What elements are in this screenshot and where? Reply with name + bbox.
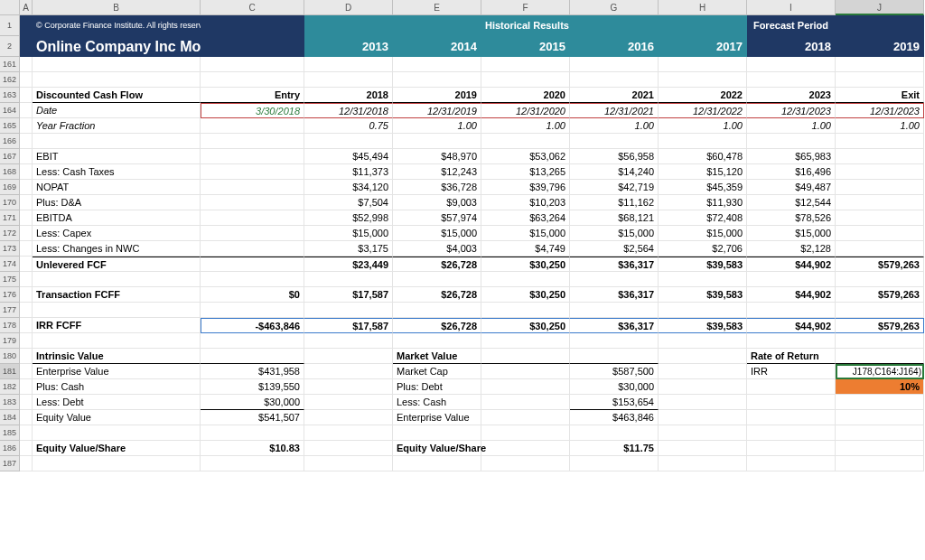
row-header[interactable]: 172 — [0, 226, 20, 241]
period-header[interactable]: 2022 — [659, 88, 747, 103]
row-header[interactable]: 174 — [0, 257, 20, 272]
dcf-row-label[interactable]: EBITDA — [33, 210, 201, 226]
exit-label[interactable]: Exit — [836, 88, 924, 103]
col-header-H[interactable]: H — [659, 0, 747, 15]
dcf-row-label[interactable]: Less: Capex — [33, 226, 201, 241]
irr-val[interactable]: $36,317 — [570, 318, 659, 333]
iv-row-val[interactable]: $541,507 — [201, 410, 304, 425]
dcf-cell[interactable]: $15,000 — [570, 226, 659, 241]
dcf-cell[interactable]: $15,120 — [659, 164, 747, 180]
iv-evps-val[interactable]: $10.83 — [201, 441, 304, 456]
row-header[interactable]: 187 — [0, 456, 20, 471]
copyright-text[interactable]: © Corporate Finance Institute. All right… — [33, 15, 201, 36]
date-entry[interactable]: 3/30/2018 — [201, 103, 304, 118]
row-header[interactable]: 162 — [0, 72, 20, 88]
selected-cell[interactable]: J178,C164:J164) — [836, 364, 924, 379]
dcf-cell[interactable]: $15,000 — [747, 226, 836, 241]
dcf-cell[interactable]: $34,120 — [304, 180, 393, 195]
dcf-cell[interactable]: $13,265 — [481, 164, 570, 180]
dcf-cell[interactable]: $78,526 — [747, 210, 836, 226]
irr-val[interactable]: $26,728 — [393, 318, 481, 333]
cell[interactable] — [201, 36, 304, 57]
iv-evps-label[interactable]: Equity Value/Share — [33, 441, 201, 456]
iv-row-label[interactable]: Less: Debt — [33, 395, 201, 410]
row-header[interactable]: 175 — [0, 272, 20, 287]
irr-label[interactable]: IRR — [747, 364, 836, 379]
date-cell[interactable]: 12/31/2023 — [747, 103, 836, 118]
dcf-cell[interactable] — [836, 195, 924, 210]
year-header[interactable]: 2019 — [836, 36, 924, 57]
dcf-cell[interactable]: $2,564 — [570, 241, 659, 257]
dcf-cell[interactable]: $49,487 — [747, 180, 836, 195]
iv-row-val[interactable]: $431,958 — [201, 364, 304, 379]
dcf-row-label[interactable]: Less: Changes in NWC — [33, 241, 201, 257]
period-header[interactable]: 2020 — [481, 88, 570, 103]
tfcff-val[interactable]: $44,902 — [747, 287, 836, 303]
dcf-row-label[interactable]: Plus: D&A — [33, 195, 201, 210]
col-header-E[interactable]: E — [393, 0, 481, 15]
row-header[interactable]: 170 — [0, 195, 20, 210]
period-header[interactable]: 2018 — [304, 88, 393, 103]
row-header[interactable]: 177 — [0, 303, 20, 318]
row-header[interactable]: 173 — [0, 241, 20, 257]
row-header[interactable]: 179 — [0, 333, 20, 349]
dcf-cell[interactable]: $4,003 — [393, 241, 481, 257]
ufcf-val[interactable]: $23,449 — [304, 257, 393, 272]
entry-label[interactable]: Entry — [201, 88, 304, 103]
dcf-cell[interactable]: $15,000 — [393, 226, 481, 241]
irr-val[interactable]: $17,587 — [304, 318, 393, 333]
dcf-cell[interactable] — [836, 180, 924, 195]
dcf-cell[interactable]: $63,264 — [481, 210, 570, 226]
mv-row-label[interactable]: Plus: Debt — [393, 379, 481, 395]
dcf-cell[interactable]: $45,359 — [659, 180, 747, 195]
dcf-cell[interactable]: $10,203 — [481, 195, 570, 210]
irr-val[interactable]: $30,250 — [481, 318, 570, 333]
row-header[interactable]: 185 — [0, 425, 20, 441]
tfcff-val[interactable]: $17,587 — [304, 287, 393, 303]
rate-of-return-heading[interactable]: Rate of Return — [747, 349, 836, 364]
tfcff-entry[interactable]: $0 — [201, 287, 304, 303]
col-header-C[interactable]: C — [201, 0, 304, 15]
row-header[interactable]: 165 — [0, 118, 20, 134]
mv-evps-label[interactable]: Equity Value/Share — [393, 441, 481, 456]
date-cell[interactable]: 12/31/2021 — [570, 103, 659, 118]
year-header[interactable]: 2017 — [659, 36, 747, 57]
row-header[interactable]: 169 — [0, 180, 20, 195]
ufcf-val[interactable]: $44,902 — [747, 257, 836, 272]
row-header[interactable]: 186 — [0, 441, 20, 456]
tfcff-val[interactable]: $30,250 — [481, 287, 570, 303]
mv-row-val[interactable]: $153,654 — [570, 395, 659, 410]
historical-results-label[interactable]: Historical Results — [481, 15, 570, 36]
row-header[interactable]: 180 — [0, 349, 20, 364]
row-header[interactable]: 176 — [0, 287, 20, 303]
tfcff-val[interactable]: $26,728 — [393, 287, 481, 303]
row-header[interactable]: 167 — [0, 149, 20, 164]
period-header[interactable]: 2023 — [747, 88, 836, 103]
row-header[interactable]: 163 — [0, 88, 20, 103]
dcf-cell[interactable] — [836, 241, 924, 257]
dcf-cell[interactable]: $15,000 — [481, 226, 570, 241]
col-header-G[interactable]: G — [570, 0, 659, 15]
unlevered-fcf-label[interactable]: Unlevered FCF — [33, 257, 201, 272]
cell[interactable] — [393, 15, 481, 36]
row-header[interactable]: 178 — [0, 318, 20, 333]
dcf-cell[interactable]: $42,719 — [570, 180, 659, 195]
dcf-cell[interactable]: $39,796 — [481, 180, 570, 195]
row-header[interactable]: 171 — [0, 210, 20, 226]
ufcf-val[interactable]: $26,728 — [393, 257, 481, 272]
dcf-cell[interactable]: $4,749 — [481, 241, 570, 257]
dcf-row-label[interactable]: NOPAT — [33, 180, 201, 195]
mv-row-label[interactable]: Enterprise Value — [393, 410, 481, 425]
col-header-F[interactable]: F — [481, 0, 570, 15]
yf-cell[interactable]: 1.00 — [570, 118, 659, 134]
dcf-cell[interactable]: $52,998 — [304, 210, 393, 226]
iv-row-label[interactable]: Enterprise Value — [33, 364, 201, 379]
dcf-cell[interactable] — [836, 164, 924, 180]
year-header[interactable]: 2016 — [570, 36, 659, 57]
ufcf-val[interactable]: $579,263 — [836, 257, 924, 272]
dcf-cell[interactable]: $3,175 — [304, 241, 393, 257]
year-header[interactable]: 2014 — [393, 36, 481, 57]
tfcff-val[interactable]: $36,317 — [570, 287, 659, 303]
row-header[interactable]: 182 — [0, 379, 20, 395]
dcf-cell[interactable] — [836, 210, 924, 226]
